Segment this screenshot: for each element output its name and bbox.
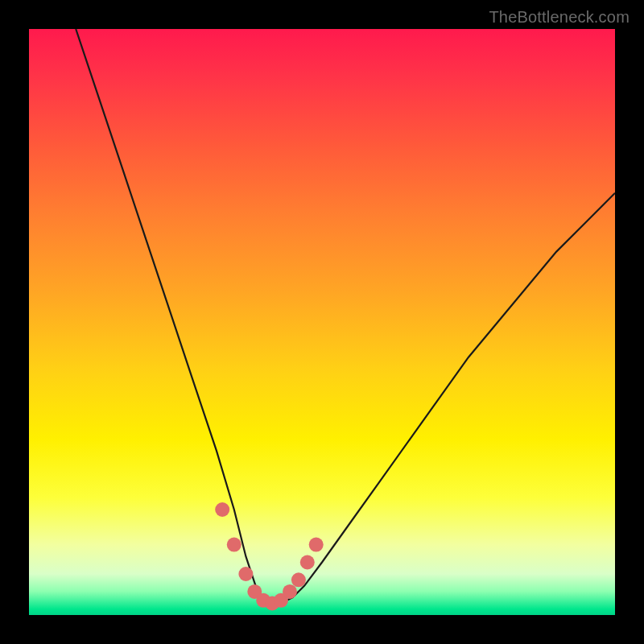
marker-dot [227,538,242,552]
plot-area [29,29,615,615]
marker-dot [291,572,306,587]
marker-dot [238,567,253,581]
marker-dot [283,584,297,599]
bottleneck-curve [76,29,615,603]
watermark-text: TheBottleneck.com [489,8,630,27]
highlighted-markers [215,502,324,610]
chart-frame: TheBottleneck.com [0,0,644,644]
marker-dot [215,502,229,517]
curve-layer [29,29,615,615]
marker-dot [300,555,315,570]
marker-dot [309,538,324,552]
